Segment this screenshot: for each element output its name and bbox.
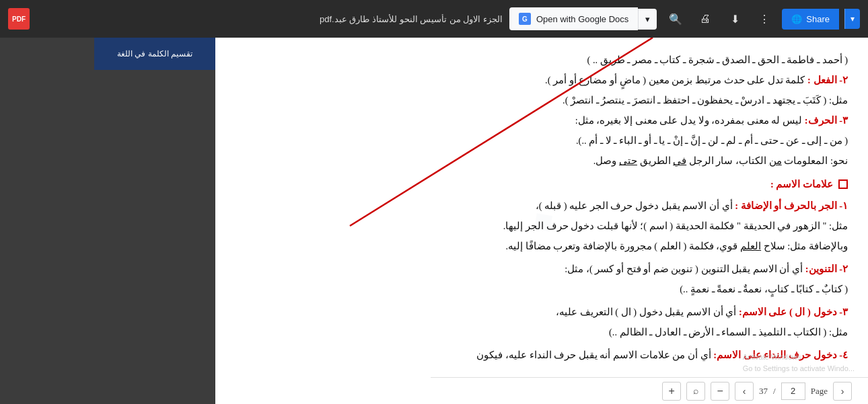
google-docs-icon: G <box>519 13 531 25</box>
share-label: Share <box>806 14 830 24</box>
total-pages: 37 <box>759 386 768 397</box>
checkbox-icon <box>838 179 848 189</box>
page-number-input[interactable] <box>781 382 805 400</box>
left-sidebar-strip: تقسيم الكلمة في اللغة <box>0 38 215 404</box>
previous-page-button[interactable]: ‹ <box>833 382 852 401</box>
toolbar-right: 🔍 🖨 ⬇ ⋮ 🌐 Share ▾ <box>663 7 860 31</box>
bottom-navigation-bar: ‹ Page / 37 › − ⌕ + <box>431 377 868 404</box>
zoom-in-button[interactable]: + <box>662 382 681 401</box>
pdf-file-icon: PDF <box>8 8 30 30</box>
open-with-dropdown-button[interactable]: ▾ <box>638 9 657 30</box>
pdf-content: ( أحمد ـ فاطمة ـ الحق ـ الصدق ـ شجرة ـ ك… <box>236 51 848 364</box>
zoom-out-button[interactable]: − <box>711 382 729 401</box>
share-dropdown-button[interactable]: ▾ <box>844 9 860 29</box>
search-button[interactable]: 🔍 <box>663 7 688 31</box>
dropdown-arrow-icon: ▾ <box>645 14 650 24</box>
content-line-11: ( كتابٌ ـ كتابًا ـ كتابٍ، نعمةٌ ـ نعمةً … <box>236 280 848 298</box>
content-area: تقسيم الكلمة في اللغة ◆ ( أحمد ـ فاطمة ـ… <box>0 38 868 404</box>
share-globe-icon: 🌐 <box>791 14 802 24</box>
content-line-3: مثل: ( كَتَبَ ـ يجتهد ـ ادرسْ ـ يحفظون ـ… <box>236 91 848 109</box>
share-button[interactable]: 🌐 Share <box>782 9 839 30</box>
content-line-5: ( من ـ إلى ـ عن ـ حتى ـ أم ـ لم ـ لن ـ إ… <box>236 132 848 149</box>
activate-windows-line1: Activate Windows <box>743 352 855 363</box>
content-line-1: ( أحمد ـ فاطمة ـ الحق ـ الصدق ـ شجرة ـ ك… <box>236 51 848 69</box>
download-icon: ⬇ <box>731 13 739 26</box>
zoom-in-icon: + <box>668 385 674 397</box>
section-title-signs: علامات الاسم : <box>770 175 833 193</box>
next-page-button[interactable]: › <box>735 382 754 401</box>
content-line-13: مثل: ( الكتاب ـ التلميذ ـ السماء ـ الأرض… <box>236 323 848 341</box>
content-line-7: ١- الجر بالحرف أو الإضافة : أي أن الاسم … <box>236 197 848 214</box>
more-options-button[interactable]: ⋮ <box>752 7 776 31</box>
section-header-signs: علامات الاسم : <box>236 175 848 193</box>
activate-windows-line2: Go to Settings to activate Windo... <box>743 363 855 374</box>
search-icon: 🔍 <box>669 13 682 26</box>
content-line-9: وبالإضافة مثل: سلاح العلم قوي، فكلمة ( ا… <box>236 237 848 255</box>
magnifier-icon: ⌕ <box>693 386 698 397</box>
content-line-10: ٢- التنوين: أي أن الاسم يقبل التنوين ( ت… <box>236 260 848 278</box>
content-line-6: نحو: المعلومات من الكتاب، سار الرجل في ا… <box>236 152 848 169</box>
print-button[interactable]: 🖨 <box>693 7 717 31</box>
page-label: Page <box>811 386 828 397</box>
zoom-out-icon: − <box>717 385 723 397</box>
title-header-text: تقسيم الكلمة في اللغة <box>117 49 192 58</box>
top-bar: PDF الجزء الاول من تأسيس النحو للأستاذ ط… <box>0 0 868 38</box>
content-line-2: ٢- الفعل : كلمة تدل على حدث مرتبط بزمن م… <box>236 71 848 89</box>
print-icon: 🖨 <box>700 13 711 25</box>
content-line-4: ٣- الحرف: ليس له معنى بمفرده، ولا يدل عل… <box>236 112 848 129</box>
open-with-google-docs-button[interactable]: G Open with Google Docs <box>509 7 638 30</box>
pdf-page[interactable]: ◆ ( أحمد ـ فاطمة ـ الحق ـ الصدق ـ شجرة ـ… <box>215 38 868 404</box>
zoom-icon-button[interactable]: ⌕ <box>686 382 705 401</box>
activate-windows-notice: Activate Windows Go to Settings to activ… <box>743 352 855 374</box>
content-line-8: مثل: " الزهور في الحديقة " فكلمة الحديقة… <box>236 217 848 235</box>
open-with-label: Open with Google Docs <box>536 14 628 24</box>
more-icon: ⋮ <box>759 13 770 26</box>
page-separator: / <box>773 386 776 397</box>
download-button[interactable]: ⬇ <box>723 7 747 31</box>
content-line-12: ٣- دخول ( ال ) على الاسم: أي أن الاسم يق… <box>236 303 848 321</box>
share-dropdown-arrow-icon: ▾ <box>851 14 855 24</box>
file-name: الجزء الاول من تأسيس النحو للأستاذ طارق … <box>36 14 503 24</box>
